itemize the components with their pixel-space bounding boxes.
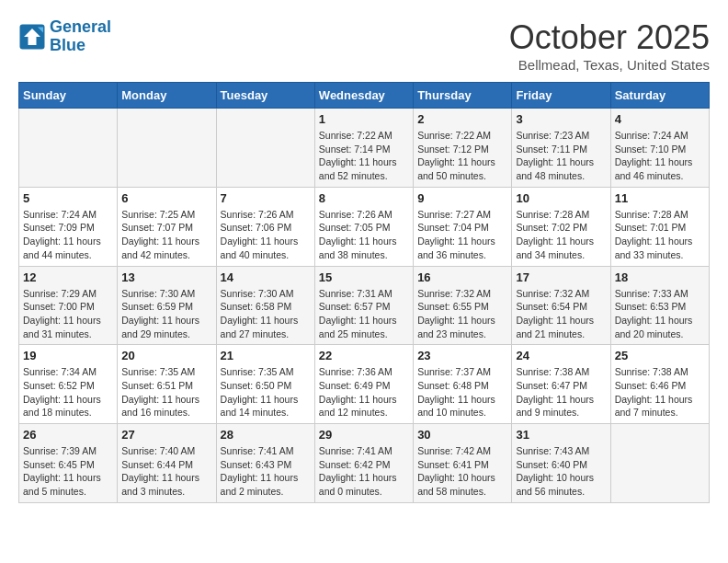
day-number: 24 bbox=[516, 349, 606, 362]
day-info: Sunrise: 7:30 AMSunset: 6:58 PMDaylight:… bbox=[221, 287, 311, 341]
day-number: 4 bbox=[615, 112, 705, 126]
day-number: 23 bbox=[417, 349, 507, 362]
weekday-header: Monday bbox=[118, 83, 216, 109]
weekday-header: Saturday bbox=[610, 83, 709, 109]
calendar-week-row: 1Sunrise: 7:22 AMSunset: 7:14 PMDaylight… bbox=[19, 109, 710, 188]
day-info: Sunrise: 7:43 AMSunset: 6:40 PMDaylight:… bbox=[516, 444, 606, 499]
day-number: 26 bbox=[23, 428, 113, 442]
calendar-day-cell: 6Sunrise: 7:25 AMSunset: 7:07 PMDaylight… bbox=[118, 187, 216, 266]
month-title: October 2025 bbox=[509, 18, 710, 57]
calendar-table: SundayMondayTuesdayWednesdayThursdayFrid… bbox=[18, 82, 710, 503]
page-header: General Blue October 2025 Bellmead, Texa… bbox=[18, 18, 710, 73]
weekday-header: Wednesday bbox=[314, 83, 413, 109]
calendar-day-cell: 25Sunrise: 7:38 AMSunset: 6:46 PMDayligh… bbox=[610, 345, 709, 424]
calendar-day-cell: 14Sunrise: 7:30 AMSunset: 6:58 PMDayligh… bbox=[216, 266, 314, 345]
day-info: Sunrise: 7:35 AMSunset: 6:51 PMDaylight:… bbox=[121, 365, 211, 419]
logo-icon bbox=[18, 23, 46, 51]
calendar-day-cell: 8Sunrise: 7:26 AMSunset: 7:05 PMDaylight… bbox=[314, 187, 413, 266]
calendar-day-cell: 30Sunrise: 7:42 AMSunset: 6:41 PMDayligh… bbox=[414, 424, 512, 503]
day-info: Sunrise: 7:39 AMSunset: 6:45 PMDaylight:… bbox=[23, 444, 113, 499]
calendar-day-cell: 2Sunrise: 7:22 AMSunset: 7:12 PMDaylight… bbox=[414, 109, 512, 188]
calendar-day-cell: 19Sunrise: 7:34 AMSunset: 6:52 PMDayligh… bbox=[19, 345, 118, 424]
calendar-day-cell bbox=[118, 109, 216, 188]
day-info: Sunrise: 7:35 AMSunset: 6:50 PMDaylight:… bbox=[221, 365, 311, 419]
day-number: 15 bbox=[319, 270, 409, 284]
weekday-header: Sunday bbox=[19, 83, 118, 109]
day-number: 7 bbox=[221, 191, 311, 205]
day-number: 12 bbox=[23, 270, 113, 284]
calendar-day-cell: 16Sunrise: 7:32 AMSunset: 6:55 PMDayligh… bbox=[414, 266, 512, 345]
day-number: 6 bbox=[121, 191, 211, 205]
day-number: 1 bbox=[319, 112, 409, 126]
calendar-day-cell: 27Sunrise: 7:40 AMSunset: 6:44 PMDayligh… bbox=[118, 424, 216, 503]
calendar-day-cell: 29Sunrise: 7:41 AMSunset: 6:42 PMDayligh… bbox=[314, 424, 413, 503]
calendar-day-cell: 10Sunrise: 7:28 AMSunset: 7:02 PMDayligh… bbox=[512, 187, 610, 266]
day-number: 17 bbox=[516, 270, 606, 284]
day-info: Sunrise: 7:22 AMSunset: 7:12 PMDaylight:… bbox=[417, 129, 507, 183]
logo-line2: Blue bbox=[50, 36, 85, 54]
day-info: Sunrise: 7:40 AMSunset: 6:44 PMDaylight:… bbox=[121, 444, 211, 499]
calendar-day-cell bbox=[610, 424, 709, 503]
location-subtitle: Bellmead, Texas, United States bbox=[509, 57, 710, 73]
logo: General Blue bbox=[18, 18, 111, 55]
calendar-day-cell: 20Sunrise: 7:35 AMSunset: 6:51 PMDayligh… bbox=[118, 345, 216, 424]
calendar-day-cell: 3Sunrise: 7:23 AMSunset: 7:11 PMDaylight… bbox=[512, 109, 610, 188]
day-number: 31 bbox=[516, 428, 606, 442]
day-info: Sunrise: 7:38 AMSunset: 6:46 PMDaylight:… bbox=[615, 365, 705, 419]
day-number: 20 bbox=[121, 349, 211, 362]
calendar-day-cell: 31Sunrise: 7:43 AMSunset: 6:40 PMDayligh… bbox=[512, 424, 610, 503]
day-number: 5 bbox=[23, 191, 113, 205]
calendar-day-cell: 24Sunrise: 7:38 AMSunset: 6:47 PMDayligh… bbox=[512, 345, 610, 424]
day-number: 19 bbox=[23, 349, 113, 362]
weekday-header-row: SundayMondayTuesdayWednesdayThursdayFrid… bbox=[19, 83, 710, 109]
day-info: Sunrise: 7:42 AMSunset: 6:41 PMDaylight:… bbox=[417, 444, 507, 499]
day-info: Sunrise: 7:26 AMSunset: 7:06 PMDaylight:… bbox=[221, 208, 311, 262]
day-info: Sunrise: 7:34 AMSunset: 6:52 PMDaylight:… bbox=[23, 365, 113, 419]
day-info: Sunrise: 7:22 AMSunset: 7:14 PMDaylight:… bbox=[319, 129, 409, 183]
calendar-day-cell: 22Sunrise: 7:36 AMSunset: 6:49 PMDayligh… bbox=[314, 345, 413, 424]
day-number: 14 bbox=[221, 270, 311, 284]
day-number: 2 bbox=[417, 112, 507, 126]
day-info: Sunrise: 7:28 AMSunset: 7:01 PMDaylight:… bbox=[615, 208, 705, 262]
day-number: 30 bbox=[417, 428, 507, 442]
day-number: 3 bbox=[516, 112, 606, 126]
weekday-header: Friday bbox=[512, 83, 610, 109]
calendar-day-cell: 12Sunrise: 7:29 AMSunset: 7:00 PMDayligh… bbox=[19, 266, 118, 345]
day-info: Sunrise: 7:37 AMSunset: 6:48 PMDaylight:… bbox=[417, 365, 507, 419]
calendar-day-cell: 1Sunrise: 7:22 AMSunset: 7:14 PMDaylight… bbox=[314, 109, 413, 188]
day-info: Sunrise: 7:32 AMSunset: 6:54 PMDaylight:… bbox=[516, 287, 606, 341]
day-info: Sunrise: 7:25 AMSunset: 7:07 PMDaylight:… bbox=[121, 208, 211, 262]
weekday-header: Tuesday bbox=[216, 83, 314, 109]
day-number: 8 bbox=[319, 191, 409, 205]
calendar-day-cell: 18Sunrise: 7:33 AMSunset: 6:53 PMDayligh… bbox=[610, 266, 709, 345]
day-number: 10 bbox=[516, 191, 606, 205]
day-info: Sunrise: 7:31 AMSunset: 6:57 PMDaylight:… bbox=[319, 287, 409, 341]
weekday-header: Thursday bbox=[414, 83, 512, 109]
logo-text: General Blue bbox=[50, 18, 111, 55]
calendar-day-cell: 28Sunrise: 7:41 AMSunset: 6:43 PMDayligh… bbox=[216, 424, 314, 503]
calendar-day-cell: 26Sunrise: 7:39 AMSunset: 6:45 PMDayligh… bbox=[19, 424, 118, 503]
day-info: Sunrise: 7:32 AMSunset: 6:55 PMDaylight:… bbox=[417, 287, 507, 341]
day-info: Sunrise: 7:41 AMSunset: 6:42 PMDaylight:… bbox=[319, 444, 409, 499]
day-info: Sunrise: 7:29 AMSunset: 7:00 PMDaylight:… bbox=[23, 287, 113, 341]
calendar-week-row: 19Sunrise: 7:34 AMSunset: 6:52 PMDayligh… bbox=[19, 345, 710, 424]
day-number: 27 bbox=[121, 428, 211, 442]
logo-line1: General bbox=[50, 17, 111, 36]
day-info: Sunrise: 7:26 AMSunset: 7:05 PMDaylight:… bbox=[319, 208, 409, 262]
day-info: Sunrise: 7:28 AMSunset: 7:02 PMDaylight:… bbox=[516, 208, 606, 262]
calendar-day-cell bbox=[19, 109, 118, 188]
calendar-day-cell: 17Sunrise: 7:32 AMSunset: 6:54 PMDayligh… bbox=[512, 266, 610, 345]
calendar-day-cell: 23Sunrise: 7:37 AMSunset: 6:48 PMDayligh… bbox=[414, 345, 512, 424]
calendar-day-cell: 5Sunrise: 7:24 AMSunset: 7:09 PMDaylight… bbox=[19, 187, 118, 266]
day-number: 13 bbox=[121, 270, 211, 284]
day-info: Sunrise: 7:36 AMSunset: 6:49 PMDaylight:… bbox=[319, 365, 409, 419]
calendar-day-cell: 21Sunrise: 7:35 AMSunset: 6:50 PMDayligh… bbox=[216, 345, 314, 424]
calendar-day-cell: 11Sunrise: 7:28 AMSunset: 7:01 PMDayligh… bbox=[610, 187, 709, 266]
day-info: Sunrise: 7:24 AMSunset: 7:10 PMDaylight:… bbox=[615, 129, 705, 183]
day-number: 9 bbox=[417, 191, 507, 205]
calendar-day-cell: 9Sunrise: 7:27 AMSunset: 7:04 PMDaylight… bbox=[414, 187, 512, 266]
day-info: Sunrise: 7:30 AMSunset: 6:59 PMDaylight:… bbox=[121, 287, 211, 341]
day-number: 28 bbox=[221, 428, 311, 442]
calendar-day-cell bbox=[216, 109, 314, 188]
day-number: 21 bbox=[221, 349, 311, 362]
